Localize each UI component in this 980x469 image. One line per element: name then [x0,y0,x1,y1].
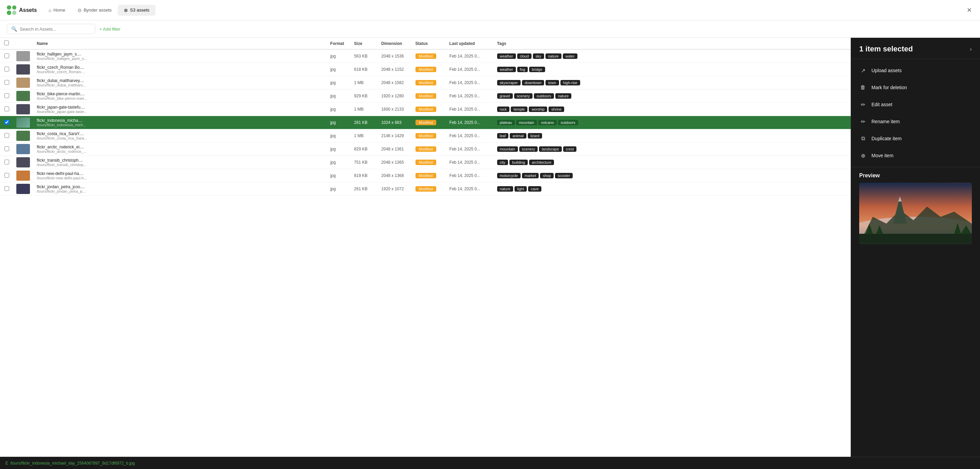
search-box[interactable]: 🔍 [7,24,95,34]
tags-cell: gravelsceneryoutdoorsnature [493,89,851,103]
thumbnail [16,144,30,154]
table-row[interactable]: flickr_bike-pierce-martin.... /tours/fli… [0,89,851,103]
search-input[interactable] [20,27,91,32]
tags-cell: weathercloudskynaturewater [493,49,851,63]
logo-icon [7,5,16,15]
row-checkbox[interactable] [5,173,9,178]
file-name: flickr-new-delhi-paul-ha.... [37,171,111,176]
row-checkbox[interactable] [5,80,9,85]
file-path: /tours/flickr_bike-pierce-mart... [37,96,111,100]
select-all-header[interactable] [0,38,14,49]
dimension-header[interactable]: Dimension [377,38,411,49]
size-header[interactable]: Size [350,38,377,49]
row-checkbox[interactable] [5,93,9,98]
action-rename[interactable]: ✏ Rename item [851,113,980,130]
format-cell: jpg [326,103,350,116]
status-badge: Modified [415,53,437,59]
bynder-icon: ⊙ [78,8,82,13]
row-checkbox[interactable] [5,186,9,191]
file-name: flickr_halligen_jaym_s.... [37,52,111,57]
action-move[interactable]: ⊕ Move item [851,147,980,164]
format-cell: jpg [326,143,350,156]
table-row[interactable]: flickr_indonesia_micha.... /tours/flickr… [0,116,851,129]
size-cell: 751 KB [350,156,377,169]
select-all-checkbox[interactable] [4,40,9,45]
tag: lizard [528,133,542,138]
table-row[interactable]: flickr_transib_christoph.... /tours/flic… [0,156,851,169]
date-header[interactable]: Last updated [445,38,493,49]
tags-cell: naturelightcave [493,183,851,196]
tab-home[interactable]: ⌂ Home [42,5,71,16]
status-cell: Modified [411,76,445,89]
row-checkbox-cell [0,49,14,63]
status-cell: Modified [411,63,445,76]
tag: downtown [522,80,544,86]
dimension-cell: 2048 x 1365 [377,156,411,169]
row-checkbox[interactable] [5,67,9,72]
file-path: /tours/flickr_indonesia_mich... [37,123,111,127]
row-checkbox[interactable] [5,53,9,58]
tags-wrap: weatherfogbridge [497,67,846,72]
name-cell: flickr_halligen_jaym_s.... /tours/flickr… [33,49,326,63]
svg-rect-5 [859,234,972,244]
table-row[interactable]: flickr-new-delhi-paul-ha.... /tours/flic… [0,169,851,183]
main-content: Name Format Size Dimension Status Last u… [0,38,980,457]
tag: outdoors [558,120,578,125]
table-row[interactable]: flickr_arctic_roderick_ei.... /tours/fli… [0,143,851,156]
tags-wrap: mountainscenerylandscapecrest [497,146,846,152]
tags-header[interactable]: Tags [493,38,851,49]
table-row[interactable]: flickr_japan-gate-tastefu.... /tours/fli… [0,103,851,116]
row-checkbox[interactable] [5,107,9,111]
tag: nature [555,93,571,99]
tag: volcano [538,120,557,125]
row-checkbox[interactable] [5,133,9,138]
row-checkbox-cell [0,156,14,169]
tag: cloud [517,53,531,59]
row-checkbox[interactable] [5,146,9,151]
table-row[interactable]: flickr_costa_rica_SaraY.... /tours/flick… [0,129,851,143]
preview-title: Preview [859,173,972,179]
name-cell: flickr_arctic_roderick_ei.... /tours/fli… [33,143,326,156]
date-cell: Feb 14, 2025 0... [445,143,493,156]
delete-icon: 🗑 [859,84,867,91]
status-badge: Modified [415,186,437,192]
table-row[interactable]: flickr_jordan_petra_jcoo.... /tours/flic… [0,183,851,196]
row-checkbox[interactable] [5,120,9,124]
status-cell: Modified [411,103,445,116]
tag: water [563,53,578,59]
table-row[interactable]: flickr_halligen_jaym_s.... /tours/flickr… [0,49,851,63]
action-duplicate[interactable]: ⧉ Duplicate item [851,130,980,147]
tag: market [522,173,539,178]
close-button[interactable]: ✕ [966,5,973,15]
panel-expand-icon[interactable]: › [970,46,972,53]
status-cell: Modified [411,129,445,143]
tag: city [497,160,508,165]
date-cell: Feb 14, 2025 0... [445,183,493,196]
tags-cell: mountainscenerylandscapecrest [493,143,851,156]
tag: rock [497,107,510,112]
thumbnail [16,118,30,128]
tags-cell: weatherfogbridge [493,63,851,76]
format-header[interactable]: Format [326,38,350,49]
tab-bynder[interactable]: ⊙ Bynder assets [72,5,118,16]
status-header[interactable]: Status [411,38,445,49]
row-checkbox-cell [0,116,14,129]
tag: leaf [497,133,509,138]
tags-cell: rocktempleworshipshrine [493,103,851,116]
dimension-cell: 2048 x 1361 [377,143,411,156]
format-cell: jpg [326,156,350,169]
action-delete[interactable]: 🗑 Mark for deletion [851,79,980,96]
dimension-cell: 1920 x 1280 [377,89,411,103]
name-header[interactable]: Name [33,38,326,49]
table-row[interactable]: flickr_czech_Roman Bo.... /tours/flickr_… [0,63,851,76]
file-path: /tours/flickr_jordan_petra_jc... [37,189,111,193]
action-upload[interactable]: ↗ Upload assets [851,62,980,79]
size-cell: 929 KB [350,89,377,103]
tag: outdoors [534,93,554,99]
action-edit[interactable]: ✏ Edit asset [851,96,980,113]
table-row[interactable]: flickr_dubai_mattharvey.... /tours/flick… [0,76,851,89]
row-checkbox[interactable] [5,160,9,164]
tab-s3[interactable]: ⊗ S3 assets [118,5,156,16]
format-cell: jpg [326,63,350,76]
add-filter-button[interactable]: + Add filter [99,27,121,32]
